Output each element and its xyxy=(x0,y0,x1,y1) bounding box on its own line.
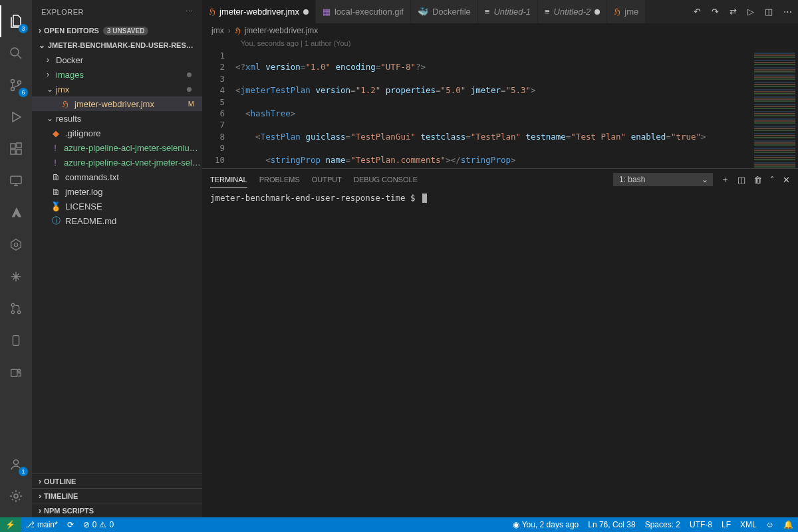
status-language[interactable]: XML xyxy=(735,520,761,529)
terminal-body[interactable]: jmeter-benchmark-end-user-response-time … xyxy=(202,190,798,517)
maximize-panel-button[interactable]: ˄ xyxy=(770,175,775,185)
section-npm[interactable]: › NPM SCRIPTS xyxy=(32,503,202,517)
svg-point-0 xyxy=(11,48,19,56)
minimap[interactable] xyxy=(751,50,798,168)
remote-icon xyxy=(8,173,24,189)
new-terminal-button[interactable]: ＋ xyxy=(721,174,730,186)
status-eol[interactable]: LF xyxy=(717,520,735,529)
line-number: 8 xyxy=(202,131,225,142)
text-file-icon: ≡ xyxy=(485,7,490,17)
panel-tab-terminal[interactable]: TERMINAL xyxy=(210,172,247,188)
panel-tab-output[interactable]: OUTPUT xyxy=(312,172,342,188)
section-open-editors[interactable]: › OPEN EDITORS 3 UNSAVED xyxy=(32,23,202,38)
file-label: commands.txt xyxy=(65,172,119,182)
tab-untitled-1[interactable]: ≡ Untitled-1 xyxy=(478,0,538,23)
activity-debug[interactable] xyxy=(0,101,32,133)
more-actions-button[interactable]: ⋯ xyxy=(781,5,794,18)
terminal-select[interactable]: 1: bash xyxy=(613,173,713,186)
panel-tab-debug[interactable]: DEBUG CONSOLE xyxy=(354,172,418,188)
tab-label: Untitled-1 xyxy=(493,7,531,17)
status-feedback[interactable]: ☺ xyxy=(761,520,779,529)
pull-request-icon xyxy=(9,301,23,316)
file-azure2[interactable]: ! azure-pipeline-aci-vnet-jmeter-seleniu… xyxy=(32,155,202,170)
folder-results[interactable]: ⌄ results xyxy=(32,111,202,126)
breadcrumb-segment[interactable]: jmx xyxy=(211,26,224,35)
device-icon xyxy=(9,333,23,348)
file-readme[interactable]: ⓘ README.md xyxy=(32,213,202,228)
line-number: 9 xyxy=(202,142,225,154)
sidebar-more[interactable]: ⋯ xyxy=(186,7,194,16)
svg-point-2 xyxy=(11,88,15,91)
file-gitignore[interactable]: ◆ .gitignore xyxy=(32,126,202,140)
activity-pull-requests[interactable] xyxy=(0,293,32,325)
sync-icon: ⟳ xyxy=(67,520,74,529)
unsaved-badge: 3 UNSAVED xyxy=(103,27,149,35)
minimap-content xyxy=(754,53,795,168)
close-panel-button[interactable]: ✕ xyxy=(783,175,790,185)
svg-rect-8 xyxy=(11,176,21,184)
svg-rect-6 xyxy=(17,150,21,154)
status-remote[interactable]: ⚡ xyxy=(0,517,21,532)
tab-local-execution[interactable]: ▦ local-execution.gif xyxy=(316,0,411,23)
tab-label: Dockerfile xyxy=(432,7,471,17)
activity-azure[interactable] xyxy=(0,197,32,229)
split-terminal-button[interactable]: ◫ xyxy=(737,175,745,185)
kill-terminal-button[interactable]: 🗑 xyxy=(753,175,762,185)
activity-remote[interactable] xyxy=(0,165,32,197)
svg-point-17 xyxy=(14,460,19,465)
debug-icon xyxy=(8,109,24,125)
code-editor[interactable]: 1 2 3 4 5 6 7 8 9 10 <?xml version="1.0"… xyxy=(202,50,798,168)
go-back-button[interactable]: ↶ xyxy=(692,5,703,18)
file-jmeterlog[interactable]: 🗎 jmeter.log xyxy=(32,184,202,199)
status-problems[interactable]: ⊘0 ⚠0 xyxy=(78,517,118,532)
breadcrumbs[interactable]: jmx › ℌ jmeter-webdriver.jmx xyxy=(202,23,798,38)
status-blame[interactable]: ◉ You, 2 days ago xyxy=(508,520,584,529)
activity-explorer[interactable]: 3 xyxy=(0,5,32,37)
tab-untitled-2[interactable]: ≡ Untitled-2 xyxy=(538,0,607,23)
tab-more[interactable]: ℌ jme xyxy=(607,0,646,23)
svg-marker-9 xyxy=(11,239,21,251)
svg-rect-7 xyxy=(17,143,21,148)
code-content[interactable]: <?xml version="1.0" encoding="UTF-8"?> <… xyxy=(235,50,751,168)
activity-kubernetes[interactable] xyxy=(0,229,32,261)
section-project[interactable]: ⌄ JMETER-BENCHMARK-END-USER-RESPONSE-... xyxy=(32,38,202,53)
compare-button[interactable]: ⇄ xyxy=(728,5,739,18)
status-encoding[interactable]: UTF-8 xyxy=(685,520,717,529)
activity-accounts[interactable]: 1 xyxy=(0,448,32,480)
folder-docker[interactable]: › Docker xyxy=(32,53,202,67)
file-commands[interactable]: 🗎 commands.txt xyxy=(32,170,202,184)
breadcrumb-segment[interactable]: jmeter-webdriver.jmx xyxy=(245,26,319,35)
run-button[interactable]: ▷ xyxy=(745,5,756,18)
file-azure1[interactable]: ! azure-pipeline-aci-jmeter-selenium-hea… xyxy=(32,140,202,155)
activity-search[interactable] xyxy=(0,37,32,69)
section-outline[interactable]: › OUTLINE xyxy=(32,473,202,488)
panel-tab-problems[interactable]: PROBLEMS xyxy=(259,172,300,188)
line-gutter: 1 2 3 4 5 6 7 8 9 10 xyxy=(202,50,235,168)
split-button[interactable]: ◫ xyxy=(763,5,775,18)
tab-dockerfile[interactable]: 🐳 Dockerfile xyxy=(411,0,478,23)
go-forward-button[interactable]: ↷ xyxy=(710,5,721,18)
status-notifications[interactable]: 🔔 xyxy=(779,520,798,529)
status-spaces[interactable]: Spaces: 2 xyxy=(640,520,685,529)
tab-jmeter-webdriver[interactable]: ℌ jmeter-webdriver.jmx xyxy=(202,0,316,23)
file-label: .gitignore xyxy=(65,128,100,138)
status-sync[interactable]: ⟳ xyxy=(63,517,78,532)
file-license[interactable]: 🏅 LICENSE xyxy=(32,199,202,213)
chevron-down-icon: ⌄ xyxy=(47,114,56,123)
log-file-icon: 🗎 xyxy=(51,187,61,197)
folder-images[interactable]: › images xyxy=(32,67,202,82)
activity-settings[interactable] xyxy=(0,480,32,512)
activity-gitlens[interactable] xyxy=(0,261,32,293)
activity-scm[interactable]: 6 xyxy=(0,69,32,101)
line-number: 5 xyxy=(202,96,225,108)
activity-device[interactable] xyxy=(0,325,32,356)
status-lncol[interactable]: Ln 76, Col 38 xyxy=(583,520,640,529)
file-jmeter-webdriver[interactable]: ℌ jmeter-webdriver.jmx M xyxy=(32,96,202,111)
folder-jmx[interactable]: ⌄ jmx xyxy=(32,82,202,96)
activity-extensions[interactable] xyxy=(0,133,32,165)
section-timeline[interactable]: › TIMELINE xyxy=(32,488,202,503)
activity-teams[interactable] xyxy=(0,356,32,388)
svg-rect-4 xyxy=(11,144,15,148)
status-branch[interactable]: ⎇ main* xyxy=(21,517,63,532)
editor-group: ℌ jmeter-webdriver.jmx ▦ local-execution… xyxy=(202,0,798,517)
